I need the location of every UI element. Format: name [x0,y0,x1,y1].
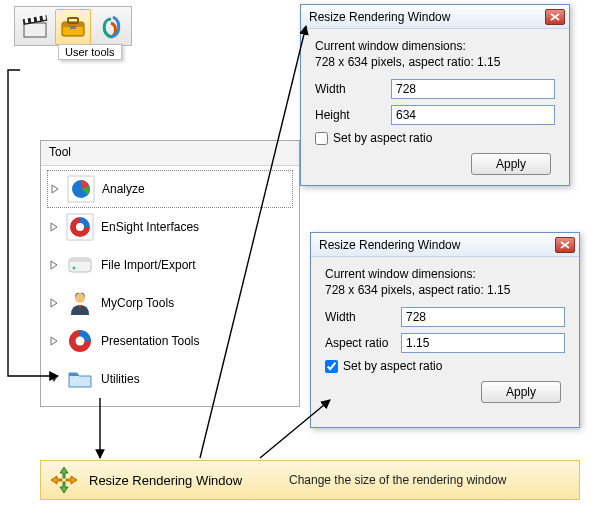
svg-rect-8 [68,18,78,23]
chevron-right-icon[interactable] [50,184,60,194]
close-button[interactable] [545,9,565,25]
tree-item-label: EnSight Interfaces [101,220,199,234]
resize-arrows-icon [49,465,79,495]
svg-point-16 [73,267,76,270]
svg-point-18 [76,337,85,346]
chevron-right-icon[interactable] [49,222,59,232]
ensight-icon [65,212,95,242]
tool-tree: Analyze EnSight Interfaces File Import/E… [41,166,299,406]
current-dimensions-label: Current window dimensions: [325,267,565,281]
tree-item-utilities[interactable]: Utilities [47,360,293,398]
current-dimensions-label: Current window dimensions: [315,39,555,53]
tree-item-ensight-interfaces[interactable]: EnSight Interfaces [47,208,293,246]
close-icon [550,13,560,21]
tree-item-file-import-export[interactable]: File Import/Export [47,246,293,284]
height-input[interactable] [391,105,555,125]
width-label: Width [315,82,391,96]
svg-point-13 [76,223,84,231]
aspect-ratio-checkbox-label[interactable]: Set by aspect ratio [343,359,442,373]
user-tools-tooltip: User tools [58,44,122,60]
chevron-down-icon[interactable] [49,374,59,384]
resize-rendering-window-dialog-height: Resize Rendering Window Current window d… [300,4,570,186]
chevron-right-icon[interactable] [49,298,59,308]
tree-item-presentation-tools[interactable]: Presentation Tools [47,322,293,360]
utility-item-description: Change the size of the rendering window [289,473,506,487]
dialog-title: Resize Rendering Window [319,238,555,252]
close-button[interactable] [555,237,575,253]
folder-icon [65,364,95,394]
utility-item-resize-rendering-window[interactable]: Resize Rendering Window Change the size … [40,460,580,500]
width-input[interactable] [391,79,555,99]
aspect-ratio-checkbox-label[interactable]: Set by aspect ratio [333,131,432,145]
dialog-title: Resize Rendering Window [309,10,545,24]
svg-rect-15 [69,258,91,262]
swirl-button[interactable] [93,9,129,45]
drive-icon [65,250,95,280]
pie-chart-icon [66,174,96,204]
aspect-ratio-label: Aspect ratio [325,336,401,350]
tree-item-mycorp-tools[interactable]: MyCorp Tools [47,284,293,322]
current-dimensions-value: 728 x 634 pixels, aspect ratio: 1.15 [325,283,565,297]
tree-item-label: File Import/Export [101,258,196,272]
close-icon [560,241,570,249]
apply-button[interactable]: Apply [471,153,551,175]
tree-item-label: MyCorp Tools [101,296,174,310]
apply-button[interactable]: Apply [481,381,561,403]
user-tools-button[interactable] [55,9,91,45]
ensight-c-icon [65,326,95,356]
tree-item-analyze[interactable]: Analyze [47,170,293,208]
tree-item-label: Analyze [102,182,145,196]
tree-item-label: Presentation Tools [101,334,200,348]
tool-tree-panel: Tool Analyze EnSight Interfaces File Imp… [40,140,300,407]
chevron-right-icon[interactable] [49,336,59,346]
aspect-ratio-checkbox[interactable] [325,360,338,373]
resize-rendering-window-dialog-aspect: Resize Rendering Window Current window d… [310,232,580,428]
dialog-titlebar[interactable]: Resize Rendering Window [311,233,579,257]
clapper-button[interactable] [17,9,53,45]
width-input[interactable] [401,307,565,327]
width-label: Width [325,310,401,324]
aspect-ratio-checkbox[interactable] [315,132,328,145]
chevron-right-icon[interactable] [49,260,59,270]
dialog-titlebar[interactable]: Resize Rendering Window [301,5,569,29]
tree-item-label: Utilities [101,372,140,386]
svg-rect-9 [70,26,76,29]
height-label: Height [315,108,391,122]
utility-item-name: Resize Rendering Window [89,473,279,488]
tool-tree-header: Tool [41,141,299,166]
svg-rect-0 [24,23,46,37]
person-icon [65,288,95,318]
main-toolbar [14,6,132,46]
aspect-ratio-input[interactable] [401,333,565,353]
current-dimensions-value: 728 x 634 pixels, aspect ratio: 1.15 [315,55,555,69]
